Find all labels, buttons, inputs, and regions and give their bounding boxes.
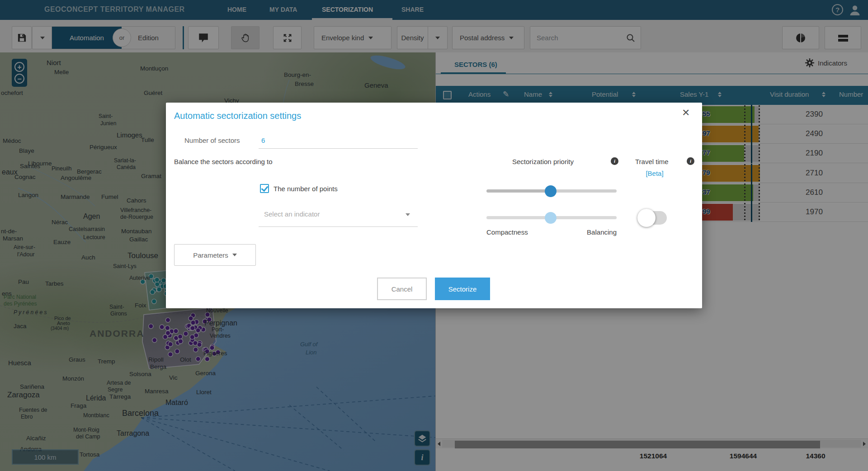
info-icon[interactable]: i [611,157,618,165]
chevron-down-icon [232,254,237,256]
parameters-dropdown-button[interactable]: Parameters [174,244,256,266]
input-underline [259,148,418,149]
parameters-label: Parameters [193,251,228,259]
indicator-select[interactable]: Select an indicator [264,210,320,218]
close-icon[interactable]: × [682,106,689,119]
chevron-down-icon[interactable] [406,213,410,216]
travel-time-label: Travel time [635,158,669,165]
travel-time-toggle[interactable] [639,211,667,225]
compactness-label: Compactness [486,228,528,236]
sectorize-button[interactable]: Sectorize [435,278,490,300]
balance-label: Balance the sectors according to [174,158,273,165]
number-of-sectors-input[interactable]: 6 [261,137,288,144]
sectorization-priority-label: Sectorization priority [512,158,574,165]
automatic-sectorization-dialog: Automatic sectorization settings × Numbe… [166,103,702,308]
toggle-knob[interactable] [637,209,656,227]
balancing-label: Balancing [578,228,617,236]
secondary-slider-handle[interactable] [545,212,557,224]
info-icon[interactable]: i [687,157,694,165]
number-of-points-label: The number of points [274,185,338,193]
number-of-sectors-label: Number of sectors [184,137,240,144]
app-screen: GEOCONCEPT TERRITORY MANAGER HOMEMY DATA… [0,0,868,471]
dialog-title: Automatic sectorization settings [174,111,301,121]
beta-link[interactable]: [Beta] [641,170,669,177]
priority-slider-handle[interactable] [545,185,557,197]
number-of-points-checkbox[interactable] [260,184,269,193]
cancel-button[interactable]: Cancel [377,278,427,300]
select-underline [259,226,418,227]
